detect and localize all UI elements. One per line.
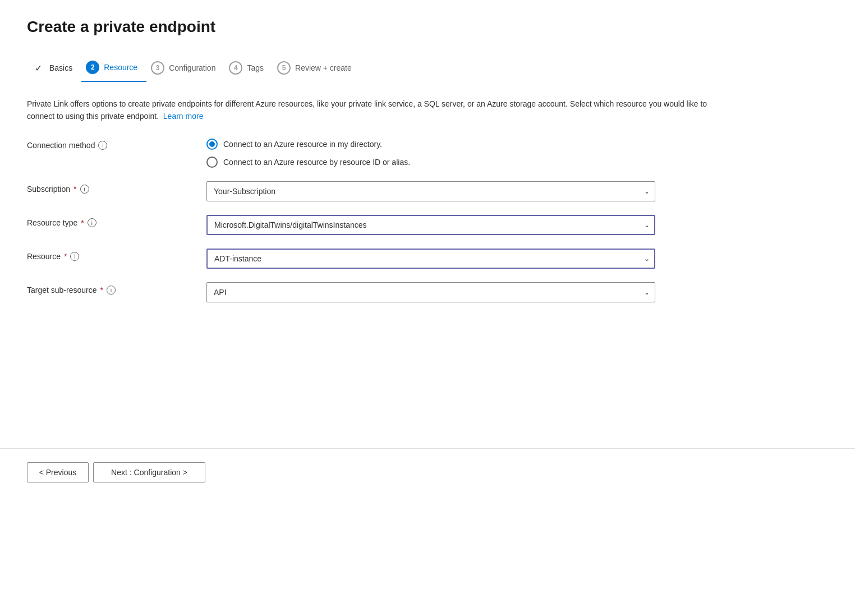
radio-option-directory[interactable]: Connect to an Azure resource in my direc…	[206, 139, 655, 150]
next-button[interactable]: Next : Configuration >	[93, 462, 205, 482]
resource-type-select[interactable]: Microsoft.DigitalTwins/digitalTwinsInsta…	[206, 215, 655, 235]
target-sub-resource-info-icon[interactable]: i	[107, 286, 116, 295]
target-sub-resource-select[interactable]: API	[206, 282, 655, 302]
page-title: Create a private endpoint	[27, 18, 828, 36]
resource-type-control: Microsoft.DigitalTwins/digitalTwinsInsta…	[206, 215, 655, 235]
radio-directory-label: Connect to an Azure resource in my direc…	[223, 140, 382, 149]
check-icon: ✓	[31, 61, 45, 75]
tab-tags-label: Tags	[247, 63, 264, 72]
tab-resource-number: 2	[86, 61, 99, 74]
resource-type-info-icon[interactable]: i	[88, 218, 96, 227]
resource-row: Resource * i ADT-instance ⌄	[27, 249, 828, 269]
tab-configuration[interactable]: 3 Configuration	[146, 57, 224, 81]
resource-required: *	[64, 252, 67, 261]
connection-method-info-icon[interactable]: i	[98, 141, 107, 150]
learn-more-link[interactable]: Learn more	[163, 112, 204, 121]
tab-tags-number: 4	[229, 61, 242, 75]
target-sub-resource-control: API ⌄	[206, 282, 655, 302]
subscription-control: Your-Subscription ⌄	[206, 181, 655, 201]
resource-select[interactable]: ADT-instance	[206, 249, 655, 269]
tab-resource[interactable]: 2 Resource	[81, 56, 146, 82]
tab-review-create[interactable]: 5 Review + create	[273, 57, 361, 81]
radio-resourceid-outer	[206, 157, 218, 168]
target-sub-resource-required: *	[100, 286, 103, 295]
radio-directory-inner	[209, 141, 215, 147]
radio-option-resource-id[interactable]: Connect to an Azure resource by resource…	[206, 157, 655, 168]
radio-group-connection: Connect to an Azure resource in my direc…	[206, 139, 655, 168]
radio-resourceid-label: Connect to an Azure resource by resource…	[223, 158, 410, 167]
subscription-row: Subscription * i Your-Subscription ⌄	[27, 181, 828, 201]
resource-control: ADT-instance ⌄	[206, 249, 655, 269]
resource-label: Resource * i	[27, 249, 206, 261]
target-sub-resource-select-wrapper: API ⌄	[206, 282, 655, 302]
tab-basics[interactable]: ✓ Basics	[27, 57, 81, 81]
resource-type-select-wrapper: Microsoft.DigitalTwins/digitalTwinsInsta…	[206, 215, 655, 235]
tab-configuration-number: 3	[151, 61, 164, 75]
connection-method-options: Connect to an Azure resource in my direc…	[206, 139, 655, 168]
connection-method-label: Connection method i	[27, 139, 206, 150]
subscription-info-icon[interactable]: i	[80, 185, 89, 194]
tab-basics-label: Basics	[49, 63, 72, 72]
subscription-required: *	[73, 185, 76, 194]
subscription-label: Subscription * i	[27, 181, 206, 194]
tab-tags[interactable]: 4 Tags	[224, 57, 273, 81]
previous-button[interactable]: < Previous	[27, 462, 89, 482]
tab-review-number: 5	[277, 61, 291, 75]
wizard-tabs: ✓ Basics 2 Resource 3 Configuration 4 Ta…	[27, 56, 828, 82]
tab-resource-label: Resource	[104, 63, 137, 72]
form-section: Connection method i Connect to an Azure …	[27, 139, 828, 302]
connection-method-row: Connection method i Connect to an Azure …	[27, 139, 828, 168]
tab-review-create-label: Review + create	[295, 63, 352, 72]
radio-directory-outer	[206, 139, 218, 150]
resource-type-required: *	[81, 218, 84, 227]
description-text: Private Link offers options to create pr…	[27, 98, 734, 123]
footer-buttons: < Previous Next : Configuration >	[0, 449, 855, 496]
tab-configuration-label: Configuration	[169, 63, 215, 72]
resource-select-wrapper: ADT-instance ⌄	[206, 249, 655, 269]
subscription-select[interactable]: Your-Subscription	[206, 181, 655, 201]
subscription-select-wrapper: Your-Subscription ⌄	[206, 181, 655, 201]
target-sub-resource-label: Target sub-resource * i	[27, 282, 206, 295]
resource-type-label: Resource type * i	[27, 215, 206, 227]
target-sub-resource-row: Target sub-resource * i API ⌄	[27, 282, 828, 302]
resource-type-row: Resource type * i Microsoft.DigitalTwins…	[27, 215, 828, 235]
resource-info-icon[interactable]: i	[70, 252, 79, 261]
